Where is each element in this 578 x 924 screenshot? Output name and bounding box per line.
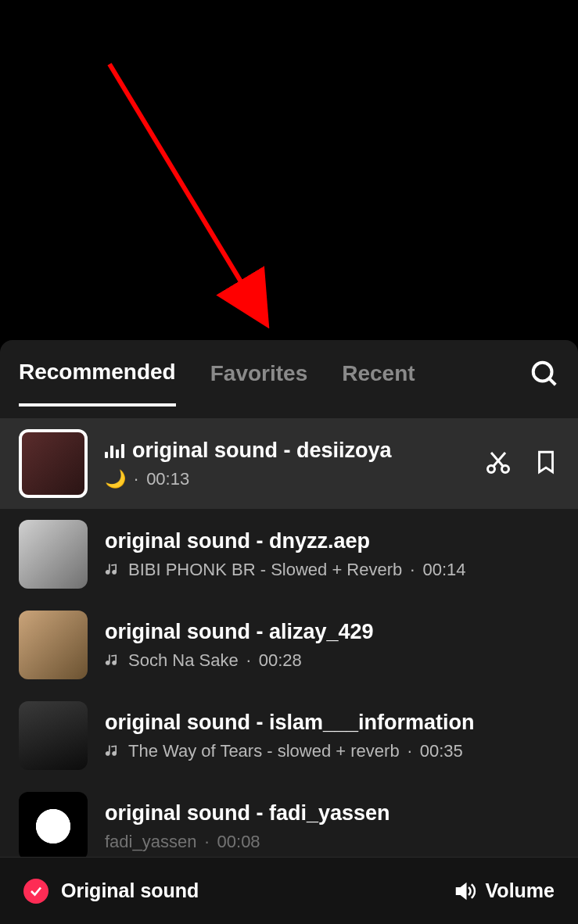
now-playing-icon: [105, 442, 124, 458]
sound-title: original sound - dnyzz.aep: [105, 529, 370, 553]
sound-meta: original sound - alizay_429 Soch Na Sake…: [105, 620, 559, 671]
sound-title: original sound - fadi_yassen: [105, 801, 390, 826]
sound-row[interactable]: original sound - dnyzz.aep BIBI PHONK BR…: [0, 509, 578, 600]
dot-separator: ·: [204, 832, 209, 852]
sound-duration: 00:08: [217, 832, 260, 852]
volume-label: Volume: [486, 879, 555, 902]
svg-line-6: [491, 453, 503, 466]
scissors-icon: [484, 448, 512, 476]
bookmark-button[interactable]: [533, 449, 559, 478]
dot-separator: ·: [134, 469, 138, 489]
sound-picker-panel: Recommended Favorites Recent original so…: [0, 340, 578, 924]
tab-recent[interactable]: Recent: [342, 361, 415, 405]
svg-line-5: [494, 453, 505, 466]
dot-separator: ·: [410, 560, 415, 580]
sound-title: original sound - alizay_429: [105, 620, 374, 644]
sound-subtitle: Soch Na Sake: [128, 650, 239, 671]
sound-duration: 00:35: [420, 741, 463, 761]
trim-button[interactable]: [484, 448, 512, 479]
tab-recommended[interactable]: Recommended: [19, 360, 176, 406]
sound-duration: 00:28: [259, 650, 302, 671]
sound-meta: original sound - dnyzz.aep BIBI PHONK BR…: [105, 529, 559, 580]
music-note-icon: [105, 562, 120, 578]
sound-subtitle: BIBI PHONK BR - Slowed + Reverb: [128, 560, 402, 580]
sound-meta: original sound - desiizoya 🌙 · 00:13: [105, 439, 467, 489]
sound-list[interactable]: original sound - desiizoya 🌙 · 00:13: [0, 407, 578, 857]
tab-favorites[interactable]: Favorites: [210, 361, 308, 405]
sound-row[interactable]: original sound - alizay_429 Soch Na Sake…: [0, 600, 578, 690]
sound-meta: original sound - islam___information The…: [105, 711, 559, 761]
bookmark-icon: [533, 449, 559, 475]
tabs-bar: Recommended Favorites Recent: [0, 340, 578, 407]
moon-icon: 🌙: [105, 469, 126, 489]
sound-row[interactable]: original sound - fadi_yassen fadi_yassen…: [0, 781, 578, 857]
svg-line-2: [549, 378, 555, 385]
original-sound-label: Original sound: [61, 879, 199, 902]
sound-thumbnail: [19, 792, 88, 857]
sound-title: original sound - desiizoya: [132, 439, 392, 463]
sound-duration: 00:14: [422, 560, 465, 580]
sound-subtitle: The Way of Tears - slowed + reverb: [128, 741, 400, 761]
sound-thumbnail: [19, 429, 88, 498]
music-note-icon: [105, 653, 120, 668]
svg-point-1: [533, 363, 552, 381]
volume-button[interactable]: Volume: [453, 879, 555, 903]
svg-point-3: [488, 466, 495, 473]
check-icon: [29, 884, 43, 898]
dot-separator: ·: [407, 741, 412, 761]
camera-preview-area: [0, 0, 578, 340]
svg-point-4: [502, 466, 509, 473]
sound-thumbnail: [19, 611, 88, 679]
sound-thumbnail: [19, 701, 88, 770]
sound-meta: original sound - fadi_yassen fadi_yassen…: [105, 801, 559, 852]
sound-thumbnail: [19, 520, 88, 589]
search-icon: [530, 359, 559, 389]
search-button[interactable]: [530, 359, 559, 407]
volume-icon: [453, 879, 476, 903]
sound-subtitle: fadi_yassen: [105, 832, 196, 852]
sound-duration: 00:13: [146, 469, 189, 489]
sound-title: original sound - islam___information: [105, 711, 475, 735]
music-note-icon: [105, 743, 120, 759]
dot-separator: ·: [246, 650, 251, 671]
sound-row[interactable]: original sound - desiizoya 🌙 · 00:13: [0, 418, 578, 509]
sound-row[interactable]: original sound - islam___information The…: [0, 690, 578, 781]
original-sound-toggle[interactable]: [23, 879, 48, 904]
footer-bar: Original sound Volume: [0, 857, 578, 924]
